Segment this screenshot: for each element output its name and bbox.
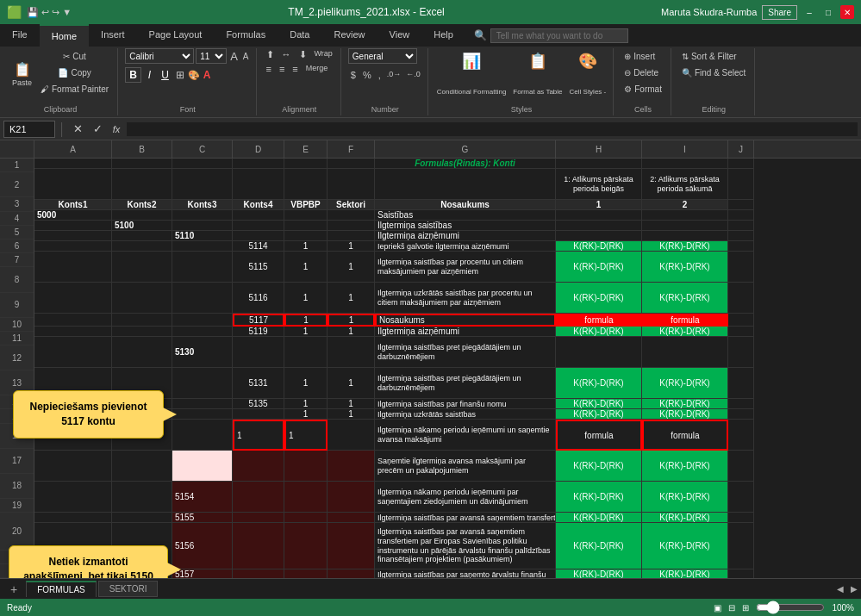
add-sheet-button[interactable]: + <box>3 580 24 599</box>
cell-a1[interactable] <box>34 159 112 169</box>
merge-button[interactable]: Merge <box>303 63 331 75</box>
row-header-1[interactable]: 1 <box>0 159 34 172</box>
find-select-button[interactable]: 🔍 Find & Select <box>678 65 749 80</box>
row-header-12[interactable]: 12 <box>0 345 34 370</box>
align-right-button[interactable]: ≡ <box>290 63 300 75</box>
cell-f12[interactable] <box>328 337 375 368</box>
cell-f20[interactable] <box>328 523 375 569</box>
cell-d10[interactable]: 5117 <box>233 314 284 327</box>
tab-formulas[interactable]: Formulas <box>214 24 278 47</box>
cell-f8[interactable]: 1 <box>328 252 375 283</box>
row-header-18[interactable]: 18 <box>0 474 34 499</box>
cell-f19[interactable] <box>328 513 375 523</box>
cell-e16[interactable]: 1 <box>284 420 328 451</box>
align-middle-button[interactable]: ↔ <box>279 48 294 61</box>
page-break-view-button[interactable]: ⊞ <box>742 603 749 613</box>
cell-b5[interactable]: 5100 <box>112 221 172 231</box>
font-size-select[interactable]: 11 <box>196 48 227 64</box>
cell-f15[interactable]: 1 <box>328 409 375 420</box>
align-left-button[interactable]: ≡ <box>264 63 274 75</box>
cell-b8[interactable] <box>112 252 172 283</box>
row-header-5[interactable]: 5 <box>0 226 34 240</box>
cell-c13[interactable] <box>172 368 233 399</box>
cell-j11[interactable] <box>728 327 754 337</box>
cell-f7[interactable]: 1 <box>328 241 375 252</box>
col-header-h[interactable]: H <box>556 140 642 158</box>
cell-d7[interactable]: 5114 <box>233 241 284 252</box>
tab-file[interactable]: File <box>0 24 40 47</box>
cell-e3[interactable]: VBPBP <box>284 200 328 210</box>
col-header-d[interactable]: D <box>233 140 284 158</box>
cell-b10[interactable] <box>112 314 172 327</box>
cell-h8[interactable]: K(RK)-D(RK) <box>556 252 642 283</box>
cell-f13[interactable]: 1 <box>328 368 375 399</box>
cell-a10[interactable] <box>34 314 112 327</box>
cell-f1[interactable] <box>328 159 375 169</box>
cell-j9[interactable] <box>728 283 754 314</box>
sheet-tab-formulas[interactable]: FORMULAS <box>26 581 97 597</box>
col-header-j[interactable]: J <box>728 140 754 158</box>
underline-button[interactable]: U <box>158 68 172 82</box>
cell-h10[interactable]: formula <box>556 314 642 327</box>
cell-b7[interactable] <box>112 241 172 252</box>
cell-e19[interactable] <box>284 513 328 523</box>
cell-b2[interactable] <box>112 169 172 200</box>
cell-g7[interactable]: Iepriekš galvotie ilgtermiņa aizņēmumi <box>375 241 556 252</box>
cell-c11[interactable] <box>172 327 233 337</box>
cell-b9[interactable] <box>112 283 172 314</box>
normal-view-button[interactable]: ▣ <box>714 603 721 613</box>
cell-a4[interactable]: 5000 <box>34 210 112 221</box>
cell-i4[interactable] <box>642 210 728 221</box>
cell-g16[interactable]: Ilgtermiņa nākamo periodu ieņēmumi un sa… <box>375 420 556 451</box>
cell-e7[interactable]: 1 <box>284 241 328 252</box>
cell-b19[interactable] <box>112 513 172 523</box>
cell-c15[interactable] <box>172 409 233 420</box>
increase-decimal-button[interactable]: .0→ <box>385 69 403 81</box>
cell-d17[interactable] <box>233 451 284 482</box>
cell-b6[interactable] <box>112 231 172 241</box>
cell-i6[interactable] <box>642 231 728 241</box>
cell-a19[interactable] <box>34 513 112 523</box>
cell-e20[interactable] <box>284 523 328 569</box>
cell-b11[interactable] <box>112 327 172 337</box>
cell-i9[interactable]: K(RK)-D(RK) <box>642 283 728 314</box>
cell-g13[interactable]: Ilgtermiņa saistības pret piegādātājiem … <box>375 368 556 399</box>
cell-a11[interactable] <box>34 327 112 337</box>
cell-g10[interactable]: Nosaukums <box>375 314 556 327</box>
cell-i20[interactable]: K(RK)-D(RK) <box>642 523 728 569</box>
cell-c3[interactable]: Konts3 <box>172 200 233 210</box>
decrease-decimal-button[interactable]: ←.0 <box>404 69 422 81</box>
cell-d15[interactable] <box>233 409 284 420</box>
cell-a17[interactable] <box>34 451 112 482</box>
cell-c8[interactable] <box>172 252 233 283</box>
row-header-10[interactable]: 10 <box>0 318 34 332</box>
tab-review[interactable]: Review <box>321 24 377 47</box>
close-button[interactable]: ✕ <box>840 5 854 19</box>
cell-g9[interactable]: Ilgtermiņa uzkrātās saistības par procen… <box>375 283 556 314</box>
align-bottom-button[interactable]: ⬇ <box>296 48 309 61</box>
cell-a3[interactable]: Konts1 <box>34 200 112 210</box>
row-header-19[interactable]: 19 <box>0 499 34 513</box>
maximize-button[interactable]: □ <box>821 5 835 19</box>
row-header-4[interactable]: 4 <box>0 212 34 226</box>
col-header-c[interactable]: C <box>172 140 233 158</box>
cell-a6[interactable] <box>34 231 112 241</box>
cell-a12[interactable] <box>34 337 112 368</box>
cell-c5[interactable] <box>172 221 233 231</box>
cell-i14[interactable]: K(RK)-D(RK) <box>642 399 728 409</box>
cell-c17[interactable] <box>172 451 233 482</box>
format-painter-button[interactable]: 🖌Format Painter <box>37 81 112 96</box>
conditional-formatting-button[interactable]: 📊 Conditional Formatting <box>435 48 508 100</box>
cell-c16[interactable] <box>172 420 233 451</box>
cell-j6[interactable] <box>728 231 754 241</box>
cell-f10[interactable]: 1 <box>328 314 375 327</box>
cell-c12[interactable]: 5130 <box>172 337 233 368</box>
cell-g14[interactable]: Ilgtermiņa saistības par finanšu nomu <box>375 399 556 409</box>
cell-h15[interactable]: K(RK)-D(RK) <box>556 409 642 420</box>
cell-a5[interactable] <box>34 221 112 231</box>
cell-j12[interactable] <box>728 337 754 368</box>
cell-h3[interactable]: 1 <box>556 200 642 210</box>
cell-f21[interactable] <box>328 569 375 578</box>
cell-e6[interactable] <box>284 231 328 241</box>
cell-i11[interactable]: K(RK)-D(RK) <box>642 327 728 337</box>
